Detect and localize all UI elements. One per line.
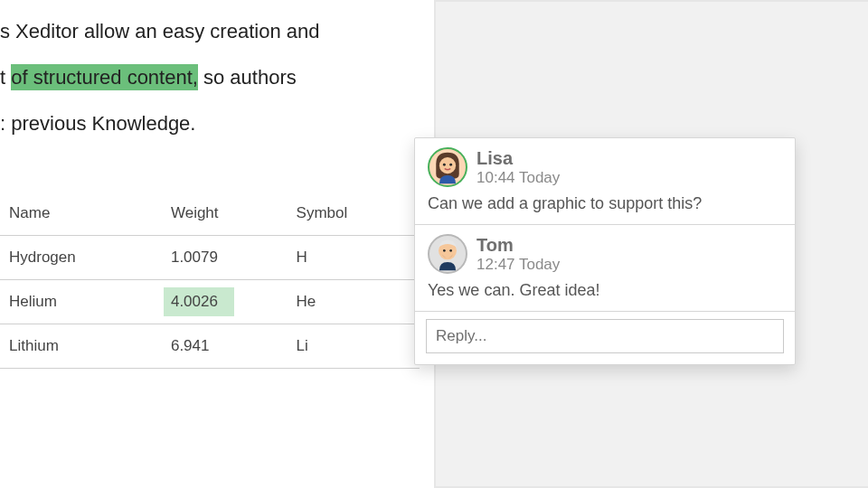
comment-item[interactable]: Tom 12:47 Today Yes we can. Great idea! — [415, 225, 795, 312]
table-row[interactable]: Hydrogen 1.0079 H — [0, 236, 420, 280]
text-fragment: t — [0, 66, 11, 89]
table-row[interactable]: Lithium 6.941 Li — [0, 324, 420, 369]
highlighted-text[interactable]: of structured content, — [11, 64, 198, 90]
comment-author: Tom — [476, 235, 560, 256]
comment-item[interactable]: Lisa 10:44 Today Can we add a graphic to… — [415, 138, 795, 225]
cell-name[interactable]: Hydrogen — [0, 236, 162, 280]
avatar-lisa — [428, 147, 467, 187]
svg-point-2 — [449, 164, 452, 166]
cell-weight[interactable]: 6.941 — [162, 324, 288, 369]
comment-meta: Tom 12:47 Today — [476, 235, 560, 274]
comment-body: Can we add a graphic to support this? — [428, 194, 782, 213]
avatar-tom — [428, 234, 467, 274]
text-line: s Xeditor allow an easy creation and — [0, 18, 420, 46]
comment-header: Tom 12:47 Today — [428, 234, 782, 274]
comment-meta: Lisa 10:44 Today — [476, 148, 560, 187]
text-line: : previous Knowledge. — [0, 110, 420, 138]
reply-input[interactable] — [426, 319, 784, 353]
col-header-name: Name — [0, 192, 162, 236]
col-header-weight: Weight — [162, 192, 288, 236]
cell-name[interactable]: Lithium — [0, 324, 162, 369]
elements-table[interactable]: Name Weight Symbol Hydrogen 1.0079 H Hel… — [0, 192, 420, 369]
comment-body: Yes we can. Great idea! — [428, 281, 782, 300]
cell-symbol[interactable]: H — [288, 236, 420, 280]
paragraph[interactable]: s Xeditor allow an easy creation and t o… — [0, 18, 420, 137]
cell-weight[interactable]: 4.0026 — [162, 280, 288, 324]
comment-author: Lisa — [476, 148, 560, 169]
svg-point-5 — [449, 249, 452, 252]
table-row[interactable]: Helium 4.0026 He — [0, 280, 420, 324]
text-fragment: so authors — [198, 66, 297, 89]
cell-symbol[interactable]: Li — [288, 324, 420, 369]
comment-timestamp: 10:44 Today — [476, 169, 560, 187]
document-pane: s Xeditor allow an easy creation and t o… — [0, 0, 434, 488]
cell-name[interactable]: Helium — [0, 280, 162, 324]
svg-point-1 — [443, 164, 446, 166]
comment-thread-popover[interactable]: Lisa 10:44 Today Can we add a graphic to… — [414, 137, 796, 365]
table-header-row: Name Weight Symbol — [0, 192, 420, 236]
svg-point-0 — [439, 157, 456, 174]
avatar-icon — [429, 236, 466, 272]
comment-header: Lisa 10:44 Today — [428, 147, 782, 187]
reply-area — [415, 312, 795, 364]
cell-weight[interactable]: 1.0079 — [162, 236, 288, 280]
svg-point-4 — [443, 249, 446, 252]
cell-symbol[interactable]: He — [288, 280, 420, 324]
text-line: t of structured content, so authors — [0, 64, 420, 92]
avatar-icon — [429, 149, 466, 185]
col-header-symbol: Symbol — [288, 192, 420, 236]
comment-timestamp: 12:47 Today — [476, 256, 560, 274]
highlighted-cell[interactable]: 4.0026 — [164, 287, 234, 316]
